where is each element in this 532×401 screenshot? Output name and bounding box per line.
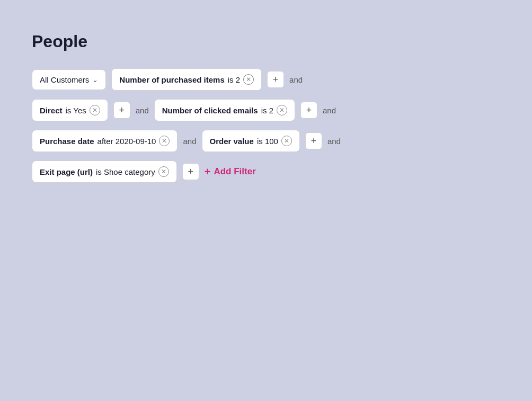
exit-page-add-button[interactable]: + <box>182 163 199 180</box>
all-customers-chip[interactable]: All Customers ⌄ <box>32 69 106 90</box>
connector-and-4: and <box>183 137 196 146</box>
add-filter-plus-icon: + <box>205 166 211 178</box>
purchased-items-chip[interactable]: Number of purchased items is 2 ✕ <box>111 68 262 91</box>
purchase-date-bold: Purchase date <box>40 137 94 146</box>
connector-and-2: and <box>136 106 149 115</box>
filter-row-4: Exit page (url) is Shoe category ✕ + + A… <box>32 161 500 183</box>
order-value-bold: Order value <box>210 137 254 146</box>
order-value-chip[interactable]: Order value is 100 ✕ <box>202 130 300 152</box>
filter-row-2: Direct is Yes ✕ + and Number of clicked … <box>32 99 500 121</box>
filters-container: All Customers ⌄ Number of purchased item… <box>32 68 500 183</box>
clicked-emails-close-icon[interactable]: ✕ <box>277 105 287 115</box>
filter-row-1: All Customers ⌄ Number of purchased item… <box>32 68 500 91</box>
clicked-emails-chip[interactable]: Number of clicked emails is 2 ✕ <box>154 99 295 121</box>
order-value-add-button[interactable]: + <box>305 132 322 149</box>
direct-chip[interactable]: Direct is Yes ✕ <box>32 99 108 121</box>
add-filter-button[interactable]: + Add Filter <box>205 166 256 178</box>
page-title: People <box>32 32 500 51</box>
exit-page-bold: Exit page (url) <box>40 167 93 176</box>
purchased-items-rest: is 2 <box>228 75 240 84</box>
order-value-rest: is 100 <box>257 137 278 146</box>
clicked-emails-add-button[interactable]: + <box>300 102 317 119</box>
clicked-emails-rest: is 2 <box>261 106 273 115</box>
direct-rest: is Yes <box>66 106 86 115</box>
purchase-date-rest: after 2020-09-10 <box>97 137 156 146</box>
clicked-emails-bold: Number of clicked emails <box>162 106 258 115</box>
all-customers-label: All Customers <box>40 75 89 84</box>
order-value-close-icon[interactable]: ✕ <box>281 136 292 146</box>
filter-row-3: Purchase date after 2020-09-10 ✕ and Ord… <box>32 130 500 152</box>
purchase-date-close-icon[interactable]: ✕ <box>159 136 170 146</box>
purchased-items-add-button[interactable]: + <box>267 71 284 88</box>
direct-add-button[interactable]: + <box>113 102 130 119</box>
purchase-date-chip[interactable]: Purchase date after 2020-09-10 ✕ <box>32 130 178 152</box>
direct-bold: Direct <box>40 106 63 115</box>
add-filter-label: Add Filter <box>214 166 255 177</box>
direct-close-icon[interactable]: ✕ <box>90 105 100 115</box>
exit-page-close-icon[interactable]: ✕ <box>158 166 169 177</box>
chevron-down-icon: ⌄ <box>92 76 98 84</box>
purchased-items-close-icon[interactable]: ✕ <box>243 74 254 85</box>
connector-and-5: and <box>327 137 341 146</box>
exit-page-chip[interactable]: Exit page (url) is Shoe category ✕ <box>32 161 177 183</box>
exit-page-rest: is Shoe category <box>96 167 155 176</box>
purchased-items-bold: Number of purchased items <box>119 75 224 84</box>
connector-and-1: and <box>289 75 303 84</box>
connector-and-3: and <box>323 106 336 115</box>
